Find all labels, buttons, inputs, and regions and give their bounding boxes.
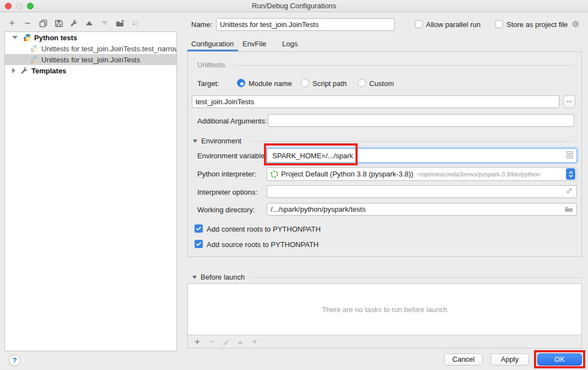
interpreter-name: Project Default (Python 3.8 (pyspark-3.8… xyxy=(281,170,413,178)
interpreter-dropdown-stepper[interactable] xyxy=(566,168,575,180)
configuration-pane: Unittests Target: Module name Script pat… xyxy=(187,51,582,257)
environment-group-line xyxy=(250,141,573,142)
target-value: test_join.JoinTests xyxy=(196,98,254,106)
before-launch-pane: There are no tasks to run before launch … xyxy=(187,283,582,348)
remove-configuration-icon[interactable]: − xyxy=(23,19,32,28)
target-custom-radio[interactable] xyxy=(358,79,366,87)
new-folder-icon[interactable] xyxy=(116,19,125,28)
browse-env-vars-icon[interactable] xyxy=(567,151,573,160)
python-test-icon xyxy=(30,45,39,53)
environment-group-label: Environment xyxy=(201,137,241,145)
target-input[interactable]: test_join.JoinTests xyxy=(192,95,559,108)
add-task-icon[interactable]: + xyxy=(193,337,202,346)
tab-configuration[interactable]: Configuration xyxy=(191,40,234,48)
python-interpreter-label: Python interpreter: xyxy=(197,170,256,178)
sort-configurations-icon[interactable]: az xyxy=(131,19,140,28)
tree-item-python-tests[interactable]: Python tests xyxy=(5,32,176,43)
store-as-project-file-checkbox[interactable] xyxy=(495,20,503,28)
unittests-group-label: Unittests xyxy=(197,61,225,69)
environment-variables-value: SPARK_HOME=/.../spark xyxy=(271,152,353,160)
target-module-name-label: Module name xyxy=(249,79,292,88)
unittests-group-line xyxy=(235,65,573,66)
expand-arrow-icon[interactable] xyxy=(12,36,18,39)
copy-configuration-icon[interactable] xyxy=(39,19,47,28)
before-launch-task-list[interactable]: There are no tasks to run before launch xyxy=(188,284,581,335)
target-label: Target: xyxy=(197,79,219,88)
add-configuration-icon[interactable]: + xyxy=(8,19,17,28)
apply-button[interactable]: Apply xyxy=(490,353,529,366)
save-configuration-icon[interactable] xyxy=(54,19,63,28)
close-window-button[interactable] xyxy=(5,3,12,9)
folder-icon[interactable] xyxy=(564,205,573,214)
before-launch-group-line xyxy=(251,277,582,278)
working-directory-input[interactable]: /.../spark/python/pyspark/tests xyxy=(267,203,577,216)
move-up-icon[interactable] xyxy=(85,19,94,28)
tree-item-label: Unittests for test_join.JoinTests xyxy=(41,56,140,64)
target-custom-label: Custom xyxy=(369,79,394,88)
store-as-project-file-label: Store as project file xyxy=(506,20,568,29)
browse-target-button[interactable]: ... xyxy=(563,95,575,108)
add-content-roots-label: Add content roots to PYTHONPATH xyxy=(207,225,321,233)
python-test-icon xyxy=(30,56,39,64)
name-input[interactable]: Unittests for test_join.JoinTests xyxy=(216,18,395,31)
tree-item-unittest-narrow[interactable]: Unittests for test_join.JoinTests.test_n… xyxy=(5,43,176,54)
target-module-name-radio[interactable] xyxy=(237,79,245,87)
add-content-roots-checkbox[interactable] xyxy=(195,224,203,233)
interpreter-options-input[interactable] xyxy=(267,185,577,198)
add-source-roots-checkbox[interactable] xyxy=(195,240,203,248)
tree-item-label: Python tests xyxy=(34,34,77,42)
window-title: Run/Debug Configurations xyxy=(0,0,588,12)
python-tests-icon xyxy=(23,34,31,42)
wrench-icon xyxy=(20,67,29,75)
remove-task-icon[interactable]: − xyxy=(207,337,216,346)
svg-text:z: z xyxy=(136,23,138,28)
name-label: Name: xyxy=(191,20,212,29)
tree-item-unittest-jointests[interactable]: Unittests for test_join.JoinTests xyxy=(5,54,176,65)
expand-field-icon[interactable] xyxy=(565,187,573,196)
title-bar: Run/Debug Configurations xyxy=(0,0,588,12)
run-debug-configurations-dialog: Run/Debug Configurations + − az Pytho xyxy=(0,0,588,370)
move-task-up-icon[interactable] xyxy=(236,337,245,346)
interpreter-venv-icon xyxy=(271,170,278,178)
environment-variables-input[interactable]: SPARK_HOME=/.../spark xyxy=(267,148,577,163)
edit-templates-icon[interactable] xyxy=(69,19,78,28)
collapse-arrow-icon[interactable] xyxy=(12,68,15,73)
tree-item-templates[interactable]: Templates xyxy=(5,65,176,76)
target-script-path-radio[interactable] xyxy=(301,79,309,87)
gear-icon[interactable] xyxy=(571,20,580,30)
additional-arguments-input[interactable] xyxy=(268,114,574,127)
environment-variables-label: Environment variables: xyxy=(197,152,270,160)
tree-item-label: Templates xyxy=(31,67,66,75)
interpreter-path: ~/opt/miniconda3/envs/pyspark-3.8/bin/py… xyxy=(416,171,540,178)
working-directory-label: Working directory: xyxy=(197,206,255,214)
tab-logs[interactable]: Logs xyxy=(282,40,298,48)
name-value: Unittests for test_join.JoinTests xyxy=(220,20,319,29)
python-interpreter-select[interactable]: Project Default (Python 3.8 (pyspark-3.8… xyxy=(267,167,577,181)
ok-button[interactable]: OK xyxy=(537,353,582,366)
before-launch-toolbar: + − xyxy=(188,335,581,348)
cancel-button[interactable]: Cancel xyxy=(444,353,483,366)
allow-parallel-run-checkbox[interactable] xyxy=(415,20,423,28)
working-directory-value: /.../spark/python/pyspark/tests xyxy=(271,205,366,213)
before-launch-collapse-icon[interactable] xyxy=(192,276,197,279)
edit-task-icon[interactable] xyxy=(222,337,230,346)
target-script-path-label: Script path xyxy=(312,79,347,88)
tab-envfile[interactable]: EnvFile xyxy=(242,40,266,48)
configurations-toolbar: + − az xyxy=(8,18,140,29)
tree-item-label: Unittests for test_join.JoinTests.test_n… xyxy=(41,45,176,53)
additional-arguments-label: Additional Arguments: xyxy=(197,117,267,125)
move-down-icon[interactable] xyxy=(100,19,109,28)
move-task-down-icon[interactable] xyxy=(250,337,259,346)
environment-collapse-icon[interactable] xyxy=(193,140,197,143)
before-launch-group-label: Before launch xyxy=(201,273,245,281)
help-button[interactable]: ? xyxy=(9,355,20,366)
interpreter-options-label: Interpreter options: xyxy=(197,188,257,196)
minimize-window-button[interactable] xyxy=(16,3,23,9)
add-source-roots-label: Add source roots to PYTHONPATH xyxy=(207,240,319,249)
before-launch-empty-message: There are no tasks to run before launch xyxy=(322,305,447,314)
allow-parallel-run-label: Allow parallel run xyxy=(426,20,481,29)
configurations-tree: Python tests Unittests for test_join.Joi… xyxy=(4,31,177,351)
zoom-window-button[interactable] xyxy=(27,3,34,9)
